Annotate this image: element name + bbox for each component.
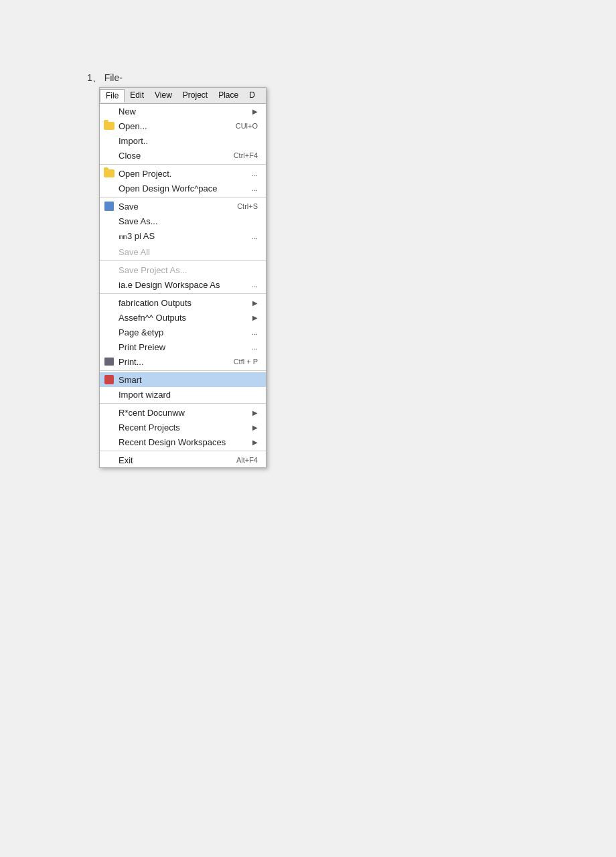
- menu-item-new[interactable]: New▶: [100, 104, 266, 119]
- menu-item-shortcut-close: Ctrl+F4: [234, 151, 258, 159]
- menu-item-label-import: Import..: [119, 136, 258, 146]
- menu-item-recent-design-workspaces[interactable]: Recent Design Workspaces▶: [100, 435, 266, 449]
- print-icon-shape: [104, 358, 114, 366]
- menu-container: File Edit View Project Place D New▶Open.…: [99, 87, 266, 468]
- menu-item-import-wizard[interactable]: Import wizard: [100, 387, 266, 402]
- menu-item-save-project-as: Save Project As...: [100, 262, 266, 277]
- separator-after-import-wizard: [100, 403, 266, 404]
- separator-after-print: [100, 370, 266, 371]
- menu-item-label-page-setup: Page &etyp: [119, 327, 241, 337]
- menu-item-shortcut-page-setup: ...: [252, 328, 258, 336]
- menu-item-save-as[interactable]: Save As...: [100, 214, 266, 228]
- menu-item-assembly-outputs[interactable]: Assefn^^ Outputs▶: [100, 310, 266, 325]
- menubar-item-project[interactable]: Project: [177, 89, 213, 102]
- menu-item-recent-projects[interactable]: Recent Projects▶: [100, 420, 266, 435]
- menubar: File Edit View Project Place D: [100, 88, 266, 104]
- menu-item-label-save-as: Save As...: [119, 216, 258, 226]
- menu-item-label-import-wizard: Import wizard: [119, 390, 258, 400]
- menu-item-arrow-fabrication-outputs: ▶: [252, 299, 258, 307]
- menu-item-print-preview[interactable]: Print Preiew...: [100, 339, 266, 354]
- menu-item-shortcut-open-design-workspace: ...: [252, 184, 258, 192]
- menu-item-label-save-project-as: Save Project As...: [119, 265, 258, 275]
- menu-item-arrow-new: ▶: [252, 108, 258, 115]
- menu-item-close[interactable]: CloseCtrl+F4: [100, 148, 266, 163]
- menu-item-shortcut-open-project: ...: [252, 169, 258, 177]
- menu-item-arrow-recent-documents: ▶: [252, 409, 258, 416]
- menu-item-label-assembly-outputs: Assefn^^ Outputs: [119, 313, 250, 323]
- menu-item-arrow-assembly-outputs: ▶: [252, 314, 258, 321]
- save-icon-shape: [104, 202, 114, 211]
- menu-item-label-print-preview: Print Preiew: [119, 342, 241, 352]
- menu-item-save3pias[interactable]: ㎜3 pi AS...: [100, 228, 266, 244]
- folder-icon-shape: [104, 169, 114, 177]
- menu-item-shortcut-print-preview: ...: [252, 343, 258, 351]
- separator-after-open-design-workspace: [100, 197, 266, 198]
- menu-item-label-recent-projects: Recent Projects: [119, 422, 250, 433]
- menu-item-label-open-design-workspace: Open Design Worfc^pace: [119, 183, 241, 193]
- menu-item-arrow-recent-design-workspaces: ▶: [252, 439, 258, 446]
- menubar-item-view[interactable]: View: [149, 89, 177, 102]
- menu-item-label-open: Open...: [119, 121, 225, 131]
- save-icon: [102, 202, 116, 211]
- menu-item-arrow-recent-projects: ▶: [252, 424, 258, 431]
- menu-item-print[interactable]: Print...Ctfl + P: [100, 354, 266, 369]
- menu-item-label-save-all: Save All: [119, 247, 258, 257]
- menu-item-label-fabrication-outputs: fabrication Outputs: [119, 298, 250, 308]
- menubar-item-file[interactable]: File: [100, 89, 125, 102]
- print-icon: [102, 358, 116, 366]
- menu-item-open-design-workspace[interactable]: Open Design Worfc^pace...: [100, 181, 266, 196]
- separator-after-recent-design-workspaces: [100, 451, 266, 451]
- menu-item-save-all: Save All: [100, 244, 266, 259]
- menubar-item-d[interactable]: D: [244, 89, 260, 102]
- menu-item-label-exit: Exit: [119, 455, 226, 465]
- menu-item-label-print: Print...: [119, 357, 223, 367]
- menu-item-save-design-workspace[interactable]: ia.e Design Workspace As...: [100, 277, 266, 292]
- menu-item-page-setup[interactable]: Page &etyp...: [100, 325, 266, 339]
- smart-icon-shape: [104, 375, 114, 384]
- menu-items-container: New▶Open...CUl+OImport..CloseCtrl+F4Open…: [100, 104, 266, 467]
- menu-item-shortcut-exit: Alt+F4: [236, 456, 258, 464]
- menu-item-shortcut-save3pias: ...: [252, 232, 258, 240]
- page-label: 1、 File-: [87, 72, 123, 84]
- menu-item-label-new: New: [119, 106, 250, 116]
- menu-item-shortcut-save: Ctrl+S: [237, 202, 258, 210]
- menu-item-open[interactable]: Open...CUl+O: [100, 119, 266, 133]
- menu-item-label-save3pias: ㎜3 pi AS: [119, 230, 241, 242]
- menu-item-smart[interactable]: Smart: [100, 372, 266, 387]
- menu-item-label-smart: Smart: [119, 375, 258, 385]
- folder-icon-shape: [104, 122, 114, 130]
- menu-item-exit[interactable]: ExitAlt+F4: [100, 453, 266, 467]
- folder-icon: [102, 122, 116, 130]
- menu-item-import[interactable]: Import..: [100, 133, 266, 148]
- menu-item-shortcut-open: CUl+O: [236, 122, 258, 130]
- menu-item-label-recent-design-workspaces: Recent Design Workspaces: [119, 437, 250, 447]
- menu-item-shortcut-print: Ctfl + P: [234, 358, 258, 366]
- separator-after-save-all: [100, 260, 266, 261]
- menu-item-label-recent-documents: R*cent Docunww: [119, 408, 250, 418]
- menubar-item-edit[interactable]: Edit: [125, 89, 149, 102]
- folder-icon: [102, 169, 116, 177]
- menu-item-recent-documents[interactable]: R*cent Docunww▶: [100, 405, 266, 420]
- separator-after-close: [100, 164, 266, 165]
- menu-item-label-save-design-workspace: ia.e Design Workspace As: [119, 280, 241, 290]
- menu-item-label-save: Save: [119, 202, 226, 212]
- menu-item-label-open-project: Open Project.: [119, 169, 241, 179]
- menu-item-shortcut-save-design-workspace: ...: [252, 281, 258, 289]
- menu-item-save[interactable]: SaveCtrl+S: [100, 199, 266, 214]
- menu-item-open-project[interactable]: Open Project....: [100, 166, 266, 181]
- smart-icon: [102, 375, 116, 384]
- menu-item-fabrication-outputs[interactable]: fabrication Outputs▶: [100, 295, 266, 310]
- menubar-item-place[interactable]: Place: [213, 89, 244, 102]
- separator-after-save-design-workspace: [100, 293, 266, 294]
- menu-item-label-close: Close: [119, 151, 223, 161]
